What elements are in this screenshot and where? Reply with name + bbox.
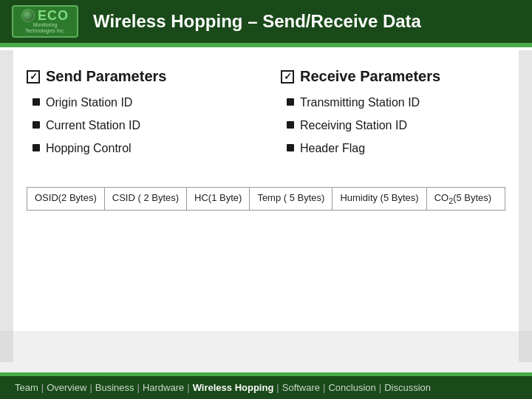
send-param-2: Current Station ID xyxy=(46,118,140,134)
logo-box: ECO Monitoring Technologies Inc. xyxy=(12,5,78,38)
page-title: Wireless Hopping – Send/Receive Data xyxy=(93,11,421,32)
receive-param-3: Header Flag xyxy=(300,141,365,157)
packet-cell: Humidity (5 Bytes) xyxy=(332,188,426,210)
receive-param-1: Transmitting Station ID xyxy=(300,95,420,111)
list-item: Header Flag xyxy=(287,141,505,157)
send-checkbox-icon xyxy=(27,70,40,83)
logo-sub2: Technologies Inc. xyxy=(25,28,65,34)
footer-nav-item[interactable]: Overview xyxy=(47,382,86,393)
list-item: Origin Station ID xyxy=(33,95,251,111)
bullet-icon xyxy=(287,144,294,151)
list-item: Receiving Station ID xyxy=(287,118,505,134)
bullet-icon xyxy=(33,98,40,106)
footer-nav-item[interactable]: Conclusion xyxy=(328,382,375,393)
packet-cell: OSID(2 Bytes) xyxy=(27,188,105,210)
send-param-1: Origin Station ID xyxy=(46,95,132,111)
packet-cell: CO2(5 Bytes) xyxy=(427,188,499,210)
header: ECO Monitoring Technologies Inc. Wireles… xyxy=(0,0,532,43)
packet-cell: HC(1 Byte) xyxy=(187,188,250,210)
footer-bar: Team | Overview | Business | Hardware | … xyxy=(0,376,532,399)
list-item: Current Station ID xyxy=(33,118,251,134)
bullet-icon xyxy=(287,98,294,106)
left-accent xyxy=(0,50,13,362)
packet-row: OSID(2 Bytes)CSID ( 2 Bytes)HC(1 Byte)Te… xyxy=(27,187,505,211)
send-label: Send Parameters xyxy=(46,68,166,85)
globe-icon xyxy=(21,9,35,22)
receive-parameters-title: Receive Parameters xyxy=(281,68,505,85)
list-item: Transmitting Station ID xyxy=(287,95,505,111)
bullet-icon xyxy=(33,121,40,129)
main-content: Send Parameters Origin Station ID Curren… xyxy=(0,50,532,331)
logo-area: ECO Monitoring Technologies Inc. xyxy=(12,5,78,38)
footer-separator: | xyxy=(137,382,140,393)
send-parameters-col: Send Parameters Origin Station ID Curren… xyxy=(27,68,251,163)
footer-nav-item[interactable]: Hardware xyxy=(143,382,184,393)
packet-cell: CSID ( 2 Bytes) xyxy=(105,188,187,210)
receive-param-list: Transmitting Station ID Receiving Statio… xyxy=(281,95,505,156)
footer-nav-item[interactable]: Software xyxy=(282,382,320,393)
send-parameters-title: Send Parameters xyxy=(27,68,251,85)
footer-nav-item[interactable]: Wireless Hopping xyxy=(193,382,274,393)
footer-separator: | xyxy=(89,382,92,393)
bullet-icon xyxy=(287,121,294,129)
footer-separator: | xyxy=(41,382,44,393)
bullet-icon xyxy=(33,144,40,151)
two-column-layout: Send Parameters Origin Station ID Curren… xyxy=(27,68,505,163)
footer-nav-item[interactable]: Business xyxy=(95,382,134,393)
footer-separator: | xyxy=(187,382,189,393)
footer-nav-item[interactable]: Team xyxy=(15,382,38,393)
footer-separator: | xyxy=(379,382,381,393)
send-param-list: Origin Station ID Current Station ID Hop… xyxy=(27,95,251,156)
footer-nav-item[interactable]: Discussion xyxy=(384,382,431,393)
receive-checkbox-icon xyxy=(281,70,294,83)
list-item: Hopping Control xyxy=(33,141,251,157)
receive-label: Receive Parameters xyxy=(300,68,440,85)
receive-parameters-col: Receive Parameters Transmitting Station … xyxy=(281,68,505,163)
right-accent xyxy=(519,50,532,362)
logo-eco-text: ECO xyxy=(38,9,69,22)
packet-cell: Temp ( 5 Bytes) xyxy=(250,188,332,210)
receive-param-2: Receiving Station ID xyxy=(300,118,407,134)
footer-separator: | xyxy=(323,382,325,393)
footer-area: Team | Overview | Business | Hardware | … xyxy=(0,372,532,399)
send-param-3: Hopping Control xyxy=(46,141,132,157)
footer-separator: | xyxy=(276,382,279,393)
logo-sub1: Monitoring xyxy=(33,22,58,28)
